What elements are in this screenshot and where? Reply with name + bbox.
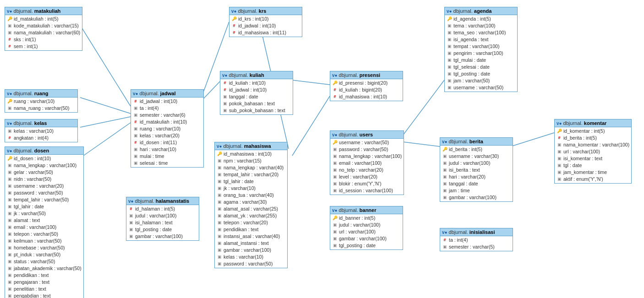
db-schema-name: dbjurnal. [14, 148, 33, 153]
table-body-komentar: 🔑id_komentar : int(5)#id_berita : int(5)… [555, 127, 631, 183]
table-row: 🔑id_krs : int(10) [229, 16, 302, 22]
field-text: tema : varchar(100) [453, 22, 496, 29]
doc-icon: ▣ [447, 70, 452, 77]
doc-icon: ▣ [7, 265, 12, 272]
field-text: id_jadwal : int(10) [140, 98, 177, 105]
field-text: tgl_selesai : date [453, 64, 490, 70]
table-row: ▣telepon : varchar(20) [215, 219, 287, 226]
table-dosen: v●dbjurnal.dosen🔑id_dosen : int(10)▣nama… [5, 146, 84, 298]
field-text: instansi_asal : varchar(40) [224, 233, 280, 240]
table-name-label: banner [360, 207, 377, 213]
table-row: 🔑id_berita : int(5) [440, 146, 513, 153]
table-body-dosen: 🔑id_dosen : int(10)▣nama_lengkap : varch… [5, 155, 83, 298]
doc-icon: ▣ [557, 176, 562, 183]
field-text: blokir : enum('Y','N') [339, 180, 382, 187]
table-name-label: users [360, 132, 373, 137]
table-row: ▣gambar : varchar(100) [330, 235, 403, 242]
field-text: angkatan : int(4) [14, 135, 49, 141]
table-row: ▣tempat_lahir : varchar(20) [215, 171, 287, 178]
table-row: ▣kelas : varchar(20) [131, 132, 203, 139]
table-name-label: kelas [34, 120, 47, 126]
field-text: orang_tua : varchar(40) [224, 192, 274, 199]
table-row: #id_jadwal : int(10) [220, 87, 293, 93]
table-body-ruang: 🔑ruang : varchar(10)▣nama_ruang : varcha… [5, 98, 77, 112]
table-body-presensi: 🔑id_presensi : bigint(20)#id_kuliah : bi… [330, 79, 403, 101]
hash-icon: # [332, 93, 338, 100]
doc-icon: ▣ [128, 226, 134, 233]
table-header-banner: v●dbjurnal.banner [330, 206, 403, 214]
table-body-kuliah: #id_kuliah : int(10)#id_jadwal : int(10)… [220, 79, 293, 114]
table-body-krs: 🔑id_krs : int(10)#id_jadwal : int(10)#id… [229, 15, 302, 37]
field-text: isi_halaman : text [135, 219, 173, 226]
table-row: ▣id_session : varchar(100) [330, 187, 404, 194]
field-text: ta : int(4) [140, 105, 158, 112]
field-text: selesai : time [140, 160, 168, 167]
table-row: ▣nama_matakuliah : varchar(60) [5, 29, 82, 36]
field-text: id_komentar : int(5) [563, 128, 605, 135]
doc-icon: ▣ [7, 251, 12, 258]
key-icon: 🔑 [442, 146, 448, 153]
field-text: tgl_posting : date [135, 226, 172, 233]
table-row: ▣tgl_selesai : date [445, 64, 517, 70]
doc-icon: ▣ [447, 36, 452, 43]
field-text: id_berita : int(5) [563, 135, 597, 141]
doc-icon: ▣ [557, 148, 562, 155]
field-text: password : varchar(50) [14, 190, 63, 196]
doc-icon: ▣ [447, 57, 452, 64]
doc-icon: ▣ [7, 128, 12, 135]
field-text: nama_lengkap : varchar(100) [14, 162, 76, 169]
db-schema-name: dbjurnal. [449, 139, 468, 144]
table-row: ▣tgl_posting : date [445, 70, 517, 77]
field-text: id_matakuliah : int(5) [14, 16, 58, 22]
table-row: ▣gambar : varchar(100) [126, 233, 199, 240]
doc-icon: ▣ [557, 141, 562, 148]
table-row: ▣tgl_lahir : date [215, 178, 287, 185]
table-row: ▣username : varchar(50) [445, 84, 517, 91]
v-icon: v● [222, 73, 228, 78]
table-row: #id_jadwal : int(10) [131, 98, 203, 105]
table-row: ▣keilmuan : varchar(50) [5, 238, 83, 244]
field-text: status : varchar(50) [14, 258, 55, 265]
table-row: ▣email : varchar(100) [5, 224, 83, 231]
table-row: ▣judul : varchar(100) [440, 160, 513, 167]
table-row: ▣tgl_posting : date [330, 242, 403, 249]
table-header-berita: v●dbjurnal.berita [440, 138, 513, 146]
table-body-jadwal: #id_jadwal : int(10)▣ta : int(4)▣semeste… [131, 98, 203, 167]
table-matakuliah: v●dbjurnal.matakuliah🔑id_matakuliah : in… [5, 7, 82, 51]
table-name-label: matakuliah [34, 8, 60, 14]
doc-icon: ▣ [447, 29, 452, 36]
field-text: tempat_lahir : varchar(20) [224, 171, 278, 178]
doc-icon: ▣ [217, 226, 222, 233]
table-row: ▣password : varchar(50) [330, 146, 404, 153]
table-row: ▣url : varchar(100) [330, 228, 403, 235]
field-text: tgl : date [563, 162, 582, 169]
table-body-berita: 🔑id_berita : int(5)▣username : varchar(3… [440, 146, 513, 201]
field-text: id_agenda : int(5) [453, 16, 491, 22]
table-header-inisialisasi: v●dbjurnal.inisialisasi [440, 228, 513, 236]
table-agenda: v●dbjurnal.agenda🔑id_agenda : int(5)▣tem… [444, 7, 518, 92]
field-text: email : varchar(100) [14, 224, 56, 231]
table-row: ▣ruang : varchar(10) [131, 125, 203, 132]
table-body-agenda: 🔑id_agenda : int(5)▣tema : varchar(100)▣… [445, 15, 517, 92]
doc-icon: ▣ [332, 167, 338, 173]
table-row: ▣jam : time [440, 187, 513, 194]
table-row: ▣alamat_yk : varchar(255) [215, 212, 287, 219]
svg-line-2 [80, 117, 131, 127]
field-text: jabatan_akademik : varchar(50) [14, 265, 82, 272]
table-body-mahasiswa: 🔑id_mahasiswa : int(10)▣npm : varchar(15… [215, 150, 287, 268]
field-text: kelas : varchar(10) [224, 254, 263, 260]
table-name-label: kuliah [250, 72, 264, 78]
field-text: jam : time [449, 187, 470, 194]
svg-line-9 [403, 142, 440, 146]
field-text: id_banner : int(5) [339, 215, 375, 222]
table-row: ▣pengirim : varchar(100) [445, 50, 517, 57]
field-text: id_kuliah : bigint(20) [339, 87, 382, 93]
field-text: pt_induk : varchar(50) [14, 251, 60, 258]
field-text: gambar : varchar(100) [449, 194, 497, 201]
table-row: ▣status : varchar(50) [5, 258, 83, 265]
table-header-dosen: v●dbjurnal.dosen [5, 147, 83, 155]
doc-icon: ▣ [447, 77, 452, 84]
field-text: id_halaman : int(5) [135, 206, 175, 212]
field-text: pokok_bahasan : text [229, 100, 275, 107]
hash-icon: # [231, 29, 237, 36]
